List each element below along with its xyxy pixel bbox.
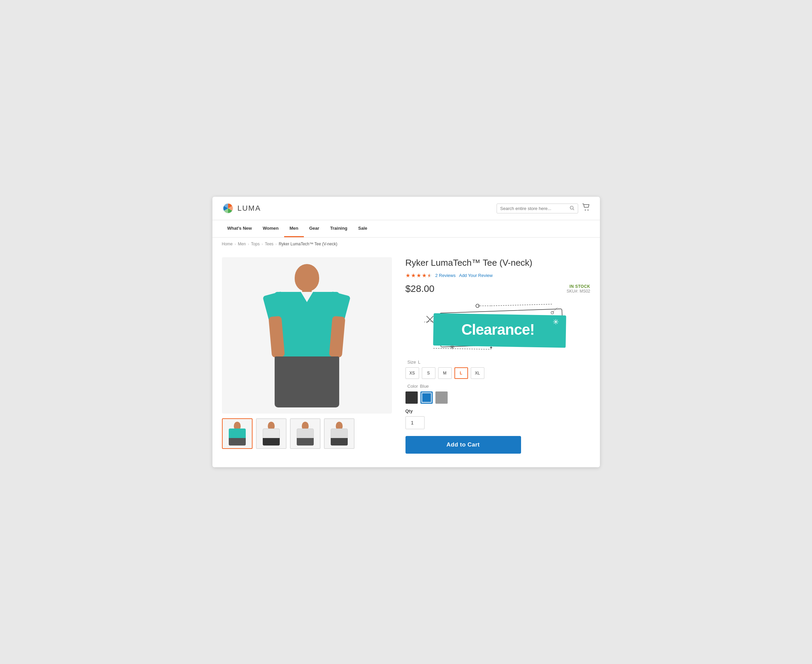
color-swatch-black[interactable]: [405, 391, 418, 404]
breadcrumb-sep-4: ›: [276, 242, 277, 246]
size-options: XS S M L XL: [405, 367, 591, 379]
thumb-3[interactable]: [290, 418, 321, 449]
stock-status: IN STOCK: [566, 284, 590, 289]
nav-item-gear[interactable]: Gear: [304, 220, 325, 237]
clearance-banner: Clearance! ✳ ✳ ✦: [405, 299, 591, 353]
size-btn-xl[interactable]: XL: [471, 367, 484, 379]
svg-text:✳: ✳: [553, 318, 559, 326]
nav-link-men[interactable]: Men: [284, 220, 304, 237]
header: LUMA: [212, 197, 600, 220]
color-swatch-blue[interactable]: [420, 391, 433, 404]
nav-link-sale[interactable]: Sale: [353, 220, 373, 237]
svg-point-4: [587, 210, 588, 211]
star-3: ★: [417, 272, 421, 279]
color-label: ColorBlue: [405, 384, 591, 389]
svg-point-3: [584, 210, 586, 211]
svg-text:Clearance!: Clearance!: [461, 321, 534, 338]
review-count-link[interactable]: 2 Reviews: [435, 273, 456, 278]
star-2: ★: [411, 272, 416, 279]
size-btn-m[interactable]: M: [438, 367, 452, 379]
breadcrumb-sep-3: ›: [262, 242, 263, 246]
search-icon: [570, 206, 574, 210]
nav-link-training[interactable]: Training: [325, 220, 353, 237]
svg-line-18: [433, 348, 491, 349]
breadcrumb-current: Ryker LumaTech™ Tee (V-neck): [279, 242, 337, 246]
product-page: Ryker LumaTech™ Tee (V-neck) ★ ★ ★ ★ ★★ …: [212, 251, 600, 467]
figure-head: [295, 264, 319, 291]
main-nav: What's New Women Men Gear Training Sale: [212, 220, 600, 238]
search-input[interactable]: [500, 206, 570, 211]
figure-vneck: [301, 292, 313, 302]
header-right: [496, 203, 591, 213]
svg-text:✳: ✳: [449, 344, 454, 351]
nav-list: What's New Women Men Gear Training Sale: [222, 220, 591, 237]
logo[interactable]: LUMA: [222, 202, 261, 215]
nav-link-whats-new[interactable]: What's New: [222, 220, 257, 237]
sku-value: MS02: [579, 289, 590, 294]
page-wrapper: LUMA: [212, 197, 600, 467]
svg-point-1: [570, 206, 573, 209]
qty-input[interactable]: [405, 416, 425, 429]
selected-size-display: L: [418, 360, 420, 365]
sku-label: SKU#:: [566, 289, 578, 294]
star-4: ★: [422, 272, 426, 279]
product-figure: [259, 264, 355, 407]
nav-item-training[interactable]: Training: [325, 220, 353, 237]
nav-item-women[interactable]: Women: [257, 220, 284, 237]
thumb-1[interactable]: [222, 418, 252, 449]
figure-pants: [275, 356, 339, 407]
thumb-2[interactable]: [256, 418, 286, 449]
qty-label: Qty: [405, 408, 591, 413]
product-title: Ryker LumaTech™ Tee (V-neck): [405, 257, 591, 269]
breadcrumb: Home › Men › Tops › Tees › Ryker LumaTec…: [212, 238, 600, 251]
main-product-image: [222, 257, 392, 413]
search-bar: [496, 203, 578, 213]
star-5: ★★: [427, 272, 432, 279]
nav-link-gear[interactable]: Gear: [304, 220, 325, 237]
svg-line-9: [491, 304, 552, 306]
qty-row: Qty: [405, 408, 591, 429]
breadcrumb-tops[interactable]: Tops: [251, 242, 260, 246]
nav-link-women[interactable]: Women: [257, 220, 284, 237]
size-btn-s[interactable]: S: [422, 367, 435, 379]
size-btn-l[interactable]: L: [454, 367, 468, 379]
stock-info: IN STOCK SKU#: MS02: [566, 284, 590, 294]
breadcrumb-sep-2: ›: [248, 242, 249, 246]
clearance-svg: Clearance! ✳ ✳ ✦: [405, 299, 591, 353]
cart-icon[interactable]: [582, 203, 591, 213]
add-review-link[interactable]: Add Your Review: [459, 273, 493, 278]
add-to-cart-button[interactable]: Add to Cart: [405, 436, 521, 454]
cart-svg: [582, 203, 591, 211]
product-price: $28.00: [405, 283, 435, 294]
star-rating: ★ ★ ★ ★ ★★: [405, 272, 432, 279]
breadcrumb-tees[interactable]: Tees: [265, 242, 273, 246]
color-swatch-gray[interactable]: [435, 391, 447, 404]
svg-line-17: [552, 308, 557, 312]
breadcrumb-sep-1: ›: [235, 242, 236, 246]
thumbnails: [222, 418, 392, 449]
size-btn-xs[interactable]: XS: [405, 367, 419, 379]
color-option-row: ColorBlue: [405, 384, 591, 404]
breadcrumb-men[interactable]: Men: [238, 242, 246, 246]
svg-text:✦: ✦: [489, 345, 493, 350]
search-icon-button[interactable]: [570, 206, 574, 212]
size-label: SizeL: [405, 360, 591, 365]
product-images: [222, 257, 392, 454]
logo-text: LUMA: [238, 204, 261, 213]
thumb-4[interactable]: [324, 418, 355, 449]
color-options: [405, 391, 591, 404]
selected-color-display: Blue: [420, 384, 429, 389]
nav-item-sale[interactable]: Sale: [353, 220, 373, 237]
svg-line-2: [573, 208, 574, 210]
price-row: $28.00 IN STOCK SKU#: MS02: [405, 283, 591, 294]
rating-row: ★ ★ ★ ★ ★★ 2 Reviews Add Your Review: [405, 272, 591, 279]
breadcrumb-home[interactable]: Home: [222, 242, 233, 246]
logo-icon: [222, 202, 234, 215]
nav-item-whats-new[interactable]: What's New: [222, 220, 257, 237]
product-details: Ryker LumaTech™ Tee (V-neck) ★ ★ ★ ★ ★★ …: [405, 257, 591, 454]
size-option-row: SizeL XS S M L XL: [405, 360, 591, 379]
nav-item-men[interactable]: Men: [284, 220, 304, 237]
star-1: ★: [405, 272, 410, 279]
sku-row: SKU#: MS02: [566, 289, 590, 294]
